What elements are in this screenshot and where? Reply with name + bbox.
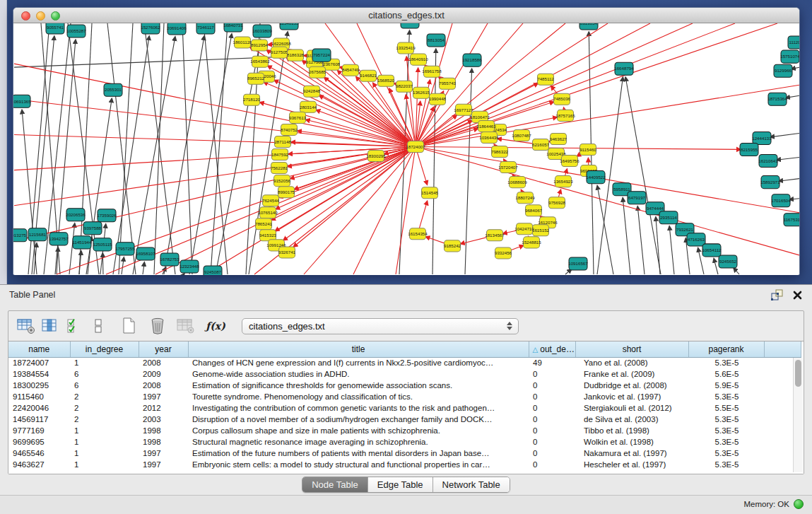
cell-out_de…[interactable]: 0 [529,368,575,380]
cell-out_de…[interactable]: 0 [529,436,575,448]
cell-year[interactable]: 2008 [139,380,188,391]
cell-year[interactable]: 2008 [139,357,188,368]
graph-edge[interactable] [777,158,799,160]
graph-node-10691365[interactable]: 10691365 [13,95,31,107]
cell-in_degree[interactable]: 2 [70,414,139,425]
cell-short[interactable]: Dudbridge et al. (2008) [575,380,688,391]
graph-node-15751074[interactable]: 15751074 [780,50,799,63]
graph-node-1990448[interactable]: 1990448 [429,93,447,105]
cell-name[interactable]: 19384554 [8,368,70,380]
graph-node-9684067[interactable]: 9684067 [525,205,543,216]
cell-in_degree[interactable]: 2 [70,391,139,402]
graph-node-15276062[interactable]: 15276062 [141,23,160,34]
graph-node-6216057[interactable]: 6216057 [532,139,550,150]
graph-edge[interactable] [637,206,645,274]
table-row[interactable]: 946554611997Estimation of the future num… [8,448,801,459]
graph-node-8454749[interactable]: 8454749 [342,64,360,76]
table-row[interactable]: 911546021997Tourette syndrome. Phenomeno… [8,391,801,402]
new-column-icon[interactable] [119,316,140,336]
graph-edge[interactable] [14,146,416,170]
graph-node-2935114[interactable]: 2935114 [659,211,678,224]
graph-node-2718120[interactable]: 2718120 [243,94,261,105]
graph-edge[interactable] [786,95,799,98]
graph-edge[interactable] [102,253,103,274]
graph-node-13654923[interactable]: 13654923 [553,176,573,187]
graph-node-10424710[interactable]: 10424710 [514,223,534,235]
graph-node-17016504[interactable]: 17016504 [771,194,791,207]
graph-node-9367613[interactable]: 9367613 [289,112,307,123]
graph-edge[interactable] [107,23,136,274]
graph-node-9127505[interactable]: 9127505 [271,47,288,58]
cell-out_de…[interactable]: 0 [529,391,575,402]
cell-title[interactable]: Changes of HCN gene expression and I(f) … [188,357,529,368]
cell-in_degree[interactable]: 2 [70,402,139,414]
graph-node-15720407[interactable]: 15720407 [498,162,518,173]
graph-node-18757165[interactable]: 18757165 [555,110,575,121]
graph-edge[interactable] [283,146,416,240]
column-header-filler[interactable] [764,341,801,357]
cell-out_de…[interactable]: 0 [529,448,575,459]
graph-node-7624544[interactable]: 7624544 [262,195,280,206]
graph-node-9146821[interactable]: 9146821 [360,70,377,81]
cell-in_degree[interactable]: 1 [70,357,139,368]
cell-out_de…[interactable]: 0 [529,402,575,414]
function-builder-icon[interactable]: ƒ(x) [205,316,226,336]
graph-node-9055741[interactable]: 9055741 [46,23,64,34]
column-header-name[interactable]: name [8,341,70,357]
table-row[interactable]: 969969511998Structural magnetic resonanc… [8,436,801,448]
column-header-short[interactable]: short [575,341,688,357]
cell-out_de…[interactable]: 0 [529,425,575,436]
table-row[interactable]: 2242004622012Investigating the contribut… [8,402,801,414]
cell-out_de…[interactable]: 0 [529,414,575,425]
graph-node-8990175[interactable]: 8990175 [278,187,295,198]
network-canvas[interactable]: 1872400718601128891295416226058912750581… [13,23,799,275]
cell-title[interactable]: Structural magnetic resonance image aver… [188,436,529,448]
graph-node-16840731[interactable]: 16840731 [223,23,243,32]
cell-year[interactable]: 1997 [139,391,188,402]
cell-short[interactable]: Hescheler et al. (1997) [575,459,688,470]
cell-year[interactable]: 2009 [139,368,188,380]
graph-node-8813054[interactable]: 8813054 [427,34,445,47]
graph-node-18300295[interactable]: 18300295 [366,151,386,162]
graph-node-9397588[interactable]: 9397588 [83,222,102,235]
cell-pagerank[interactable]: 5.3E-5 [688,425,764,436]
graph-node-8965212[interactable]: 8965212 [247,73,265,84]
cell-in_degree[interactable]: 1 [70,436,139,448]
graph-node-17957255[interactable]: 17957255 [115,243,135,255]
graph-node-12505115[interactable]: 12505115 [93,238,112,251]
cell-year[interactable]: 2012 [139,402,188,414]
graph-node-17359026[interactable]: 17359026 [97,209,117,222]
graph-node-9115460[interactable]: 9115460 [579,144,596,155]
cell-in_degree[interactable]: 1 [70,425,139,436]
delete-table-icon[interactable] [175,316,196,336]
graph-node-1112036[interactable]: 1112036 [788,36,799,49]
cell-pagerank[interactable]: 5.3E-5 [688,459,764,470]
cell-pagerank[interactable]: 5.3E-5 [688,448,764,459]
graph-edge[interactable] [770,133,799,136]
cell-short[interactable]: Stergiakouli et al. (2012) [575,402,688,414]
graph-node-11451944[interactable]: 11451944 [72,236,92,249]
cell-title[interactable]: Investigating the contribution of common… [188,402,529,414]
cell-short[interactable]: Wolkin et al. (1998) [575,436,688,448]
graph-edge[interactable] [789,199,799,200]
graph-edge[interactable] [276,146,416,209]
graph-node-16958107[interactable]: 16958107 [136,247,155,260]
cell-short[interactable]: Franke et al. (2009) [575,368,688,380]
graph-node-9245652[interactable]: 9245652 [719,255,737,268]
cell-short[interactable]: Nakamura et al. (1997) [575,448,688,459]
graph-node-2871148[interactable]: 2871148 [274,136,291,147]
graph-edge[interactable] [14,146,416,240]
cell-name[interactable]: 9115460 [8,391,70,402]
graph-edge[interactable] [211,23,228,274]
graph-node-18807249[interactable]: 18807249 [515,192,535,204]
cell-pagerank[interactable]: 5.9E-5 [688,380,764,391]
graph-node-9756928[interactable]: 9756928 [548,197,566,209]
graph-node-7865241[interactable]: 7865241 [255,218,273,230]
cell-year[interactable]: 1998 [139,425,188,436]
graph-node-7955743[interactable]: 7955743 [439,78,457,89]
graph-node-19218586[interactable]: 19218586 [462,54,482,66]
graph-edge[interactable] [22,110,37,274]
table-row[interactable]: 946362711997Embryonic stem cells: a mode… [8,459,801,470]
tab-network-table[interactable]: Network Table [433,477,510,492]
graph-node-8215955[interactable]: 8215955 [740,143,758,156]
